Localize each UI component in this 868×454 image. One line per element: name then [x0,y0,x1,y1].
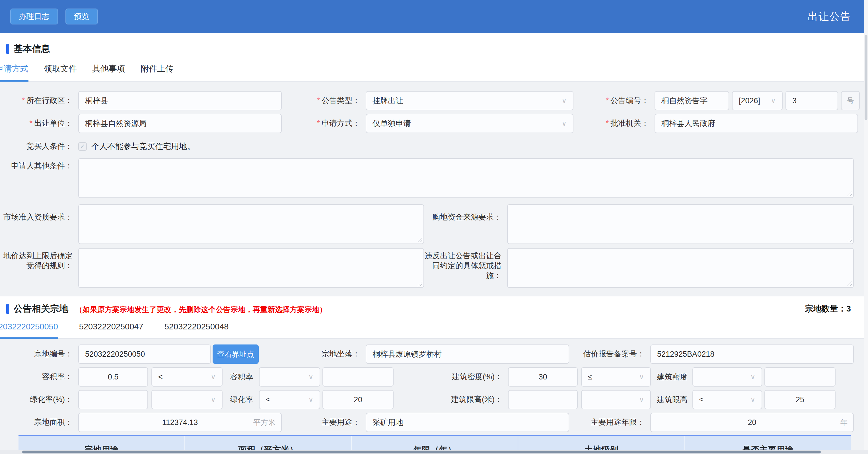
tab-apply-method[interactable]: 申请方式 [0,63,28,82]
top-bar: 办理日志 预览 出让公告 [0,0,864,33]
height-limit-label: 建筑限高(米)： [394,394,508,404]
basic-info-form: *所在行政区： 桐梓县 *公告类型： 挂牌出让∨ *公告编号： 桐自然资告字 [… [0,82,868,296]
area-unit-suffix: 平方米 [253,418,276,427]
notice-no-year-select[interactable]: [2026]∨ [732,91,783,110]
process-log-button[interactable]: 办理日志 [10,8,58,25]
parcel-section-note: （如果原方案宗地发生了更改，先删除这个公告宗地，再重新选择方案宗地） [75,303,327,315]
parcel-tab-3[interactable]: 52032220250048 [164,322,229,339]
basic-info-section: 基本信息 申请方式 领取文件 其他事项 附件上传 [0,33,868,82]
parcel-tab-1[interactable]: 52032220250050 [0,322,58,339]
district-input[interactable]: 桐梓县 [78,91,282,110]
parcel-area-label: 宗地面积： [0,417,78,427]
transfer-unit-label: *出让单位： [0,118,78,128]
notice-no-number-input[interactable]: 3 [785,91,838,110]
tab-receive-files[interactable]: 领取文件 [44,63,77,82]
parcel-form: 宗地编号： 52032220250050 查看界址点 宗地坐落： 桐梓县燎原镇罗… [0,339,868,454]
horizontal-scrollbar[interactable] [0,450,868,454]
building-density-op-select[interactable]: ≤∨ [581,367,651,387]
plot-ratio-op2-select[interactable]: ∨ [259,367,320,387]
plot-ratio-input[interactable]: 0.5 [78,367,148,387]
fund-source-textarea[interactable] [507,204,854,244]
preview-button[interactable]: 预览 [65,8,98,25]
basic-info-header: 基本信息 [0,33,868,55]
chevron-down-icon: ∨ [750,373,755,381]
chevron-down-icon: ∨ [750,396,755,404]
main-use-label: 主要用途： [282,417,366,427]
tab-attachment-upload[interactable]: 附件上传 [141,63,174,82]
green-rate-op2-select[interactable]: ≤∨ [259,390,320,409]
bidder-condition-checkbox[interactable]: ✓ [78,142,87,151]
horizontal-scrollbar-thumb[interactable] [22,451,821,453]
height-limit-value2-input[interactable]: 25 [765,390,836,409]
notice-no-prefix-input[interactable]: 桐自然资告字 [655,91,729,110]
chevron-down-icon: ∨ [211,396,216,404]
parcel-location-input[interactable]: 桐梓县燎原镇罗桥村 [366,345,569,364]
green-rate-mid-label: 绿化率 [226,394,257,405]
vertical-scrollbar[interactable] [864,0,868,450]
height-limit-mid-label: 建筑限高 [654,394,691,405]
parcel-row-3: 绿化率(%)： ∨ 绿化率 ≤∨ 20 建筑限高(米)： ∨ 建筑限高 ≤∨ 2… [0,390,868,409]
chevron-down-icon: ∨ [308,396,313,404]
green-rate-value2-input[interactable]: 20 [322,390,394,409]
section-marker-icon [6,304,9,314]
parcel-no-input[interactable]: 52032220250050 [78,345,211,364]
section-marker-icon [6,44,9,54]
parcel-count: 宗地数量：3 [805,303,851,315]
apply-method-select[interactable]: 仅单独申请∨ [366,114,574,133]
parcel-location-label: 宗地坐落： [259,349,366,359]
district-label: *所在行政区： [0,96,78,105]
chevron-down-icon: ∨ [211,373,216,381]
parcel-area-input[interactable]: 112374.13平方米 [78,413,282,432]
notice-no-unit-addon: 号 [841,91,860,110]
vertical-scrollbar-thumb[interactable] [865,35,867,120]
main-use-years-label: 主要用途年限： [569,417,650,427]
form-row-2: *出让单位： 桐梓县自然资源局 *申请方式： 仅单独申请∨ *批准机关： 桐梓县… [0,114,868,133]
building-density-input[interactable]: 30 [508,367,578,387]
other-conditions-label: 申请人其他条件： [0,158,78,171]
chevron-down-icon: ∨ [308,373,313,381]
green-rate-label: 绿化率(%)： [0,394,78,404]
view-boundary-points-button[interactable]: 查看界址点 [213,345,259,364]
parcel-tabs: 52032220250050 52032220250047 5203222025… [0,322,868,339]
plot-ratio-op-select[interactable]: <∨ [151,367,222,387]
approval-org-input[interactable]: 桐梓县人民政府 [655,114,858,133]
form-row-1: *所在行政区： 桐梓县 *公告类型： 挂牌出让∨ *公告编号： 桐自然资告字 [… [0,91,868,110]
height-limit-op2-select[interactable]: ≤∨ [692,390,762,409]
chevron-down-icon: ∨ [639,373,644,381]
other-conditions-textarea[interactable] [78,158,854,198]
penalty-textarea[interactable] [507,248,854,288]
chevron-down-icon: ∨ [561,120,567,127]
green-rate-input[interactable] [78,390,148,409]
building-density-value2-input[interactable] [765,367,836,387]
height-limit-input[interactable] [508,390,578,409]
parcel-row-1: 宗地编号： 52032220250050 查看界址点 宗地坐落： 桐梓县燎原镇罗… [0,345,868,364]
price-cap-rule-textarea[interactable] [78,248,424,288]
parcel-section-title: 公告相关宗地 [14,303,68,315]
price-rule-penalty-row: 地价达到上限后确定竞得的规则： 违反出让公告或出让合同约定的具体惩戒措施： [0,248,868,288]
height-limit-op-select[interactable]: ∨ [581,390,651,409]
plot-ratio-mid-label: 容积率 [226,372,257,382]
building-density-op2-select[interactable]: ∨ [692,367,762,387]
main-use-years-input[interactable]: 20年 [650,413,854,432]
plot-ratio-value2-input[interactable] [322,367,394,387]
parcel-row-2: 容积率： 0.5 <∨ 容积率 ∨ 建筑密度(%)： 30 ≤∨ 建筑密度 ∨ [0,367,868,387]
basic-info-tabs: 申请方式 领取文件 其他事项 附件上传 [0,63,868,82]
transfer-unit-input[interactable]: 桐梓县自然资源局 [78,114,282,133]
market-access-label: 市场准入资质要求： [0,204,78,222]
notice-no-label: *公告编号： [574,96,655,105]
tab-other-matters[interactable]: 其他事项 [92,63,125,82]
main-use-input[interactable]: 采矿用地 [366,413,569,432]
notice-type-label: *公告类型： [282,96,366,105]
approval-org-label: *批准机关： [574,118,655,128]
market-fund-row: 市场准入资质要求： 购地资金来源要求： [0,204,868,244]
notice-type-select[interactable]: 挂牌出让∨ [366,91,574,110]
check-icon: ✓ [80,143,85,150]
market-access-textarea[interactable] [78,204,424,244]
valuation-no-input[interactable]: 5212925BA0218 [650,345,854,364]
parcel-row-4: 宗地面积： 112374.13平方米 主要用途： 采矿用地 主要用途年限： 20… [0,413,868,432]
page-title: 出让公告 [808,10,851,24]
announcement-form-page: 办理日志 预览 出让公告 基本信息 申请方式 领取文件 其他事项 附件上传 *所… [0,0,868,454]
building-density-mid-label: 建筑密度 [654,372,691,382]
green-rate-op-select[interactable]: ∨ [151,390,222,409]
parcel-tab-2[interactable]: 52032220250047 [79,322,144,339]
